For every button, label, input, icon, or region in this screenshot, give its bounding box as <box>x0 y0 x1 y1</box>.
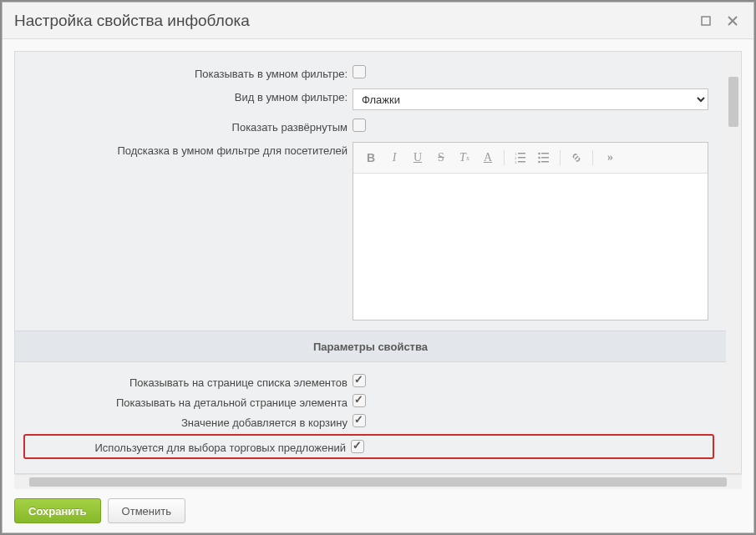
checkbox-show-in-smart-filter[interactable] <box>353 65 366 78</box>
toolbar-separator <box>504 150 505 165</box>
svg-point-11 <box>538 161 540 164</box>
svg-rect-2 <box>518 153 525 154</box>
checkbox-use-for-offers[interactable] <box>351 440 364 453</box>
label-smart-filter-view: Вид в умном фильтре <box>27 88 353 103</box>
svg-rect-0 <box>702 17 710 25</box>
svg-text:3: 3 <box>515 160 517 164</box>
label-show-in-smart-filter: Показывать в умном фильтре <box>27 65 353 80</box>
dialog-window: Настройка свойства инфоблока Показывать … <box>2 2 754 533</box>
checkbox-show-expanded[interactable] <box>353 119 366 132</box>
horizontal-scrollbar[interactable] <box>14 474 742 489</box>
label-show-on-list: Показывать на странице списка элементов <box>27 374 353 389</box>
clear-format-button[interactable]: Tx <box>454 148 475 168</box>
label-show-on-detail: Показывать на детальной странице элемент… <box>27 394 353 409</box>
select-smart-filter-view[interactable]: Флажки <box>353 88 708 110</box>
strikethrough-button[interactable]: S <box>430 148 452 168</box>
svg-rect-12 <box>541 161 549 163</box>
dialog-footer: Сохранить Отменить <box>3 489 753 532</box>
text-color-button[interactable]: A <box>477 148 499 168</box>
maximize-button[interactable] <box>697 12 715 30</box>
scrollbar-thumb[interactable] <box>728 77 738 127</box>
vertical-scrollbar[interactable] <box>726 52 741 473</box>
cancel-button[interactable]: Отменить <box>108 498 185 523</box>
label-use-for-offers: Используется для выбора торговых предлож… <box>25 439 351 454</box>
bold-button[interactable]: B <box>360 148 382 168</box>
more-button[interactable]: » <box>598 148 620 168</box>
scrollbar-thumb[interactable] <box>29 477 727 487</box>
toolbar-separator <box>560 150 561 165</box>
checkbox-show-on-list[interactable] <box>353 374 366 387</box>
editor-toolbar: B I U S Tx A 123 <box>353 143 708 174</box>
save-button[interactable]: Сохранить <box>14 498 101 523</box>
unordered-list-button[interactable] <box>533 148 555 168</box>
highlighted-row-use-for-offers: Используется для выбора торговых предлож… <box>23 434 714 459</box>
label-show-expanded: Показать развёрнутым <box>27 119 353 134</box>
underline-button[interactable]: U <box>407 148 429 168</box>
svg-rect-6 <box>518 161 525 163</box>
label-hint-for-visitors: Подсказка в умном фильтре для посетителе… <box>27 142 353 157</box>
svg-rect-8 <box>541 153 549 154</box>
checkbox-add-to-cart[interactable] <box>353 414 366 427</box>
link-button[interactable] <box>566 148 587 168</box>
svg-point-7 <box>538 153 540 155</box>
window-title: Настройка свойства инфоблока <box>14 12 688 30</box>
titlebar: Настройка свойства инфоблока <box>3 3 753 39</box>
italic-button[interactable]: I <box>383 148 405 168</box>
svg-rect-4 <box>518 157 525 159</box>
label-add-to-cart: Значение добавляется в корзину <box>27 414 353 429</box>
ordered-list-button[interactable]: 123 <box>510 148 531 168</box>
rich-text-editor: B I U S Tx A 123 <box>353 142 708 320</box>
form-panel: Показывать в умном фильтре Вид в умном ф… <box>14 51 742 474</box>
toolbar-separator <box>592 150 593 165</box>
svg-point-9 <box>538 157 540 159</box>
close-button[interactable] <box>723 12 742 30</box>
svg-rect-10 <box>541 157 549 159</box>
section-header-property-params: Параметры свойства <box>15 331 726 362</box>
checkbox-show-on-detail[interactable] <box>353 394 366 407</box>
editor-content-area[interactable] <box>353 174 708 320</box>
